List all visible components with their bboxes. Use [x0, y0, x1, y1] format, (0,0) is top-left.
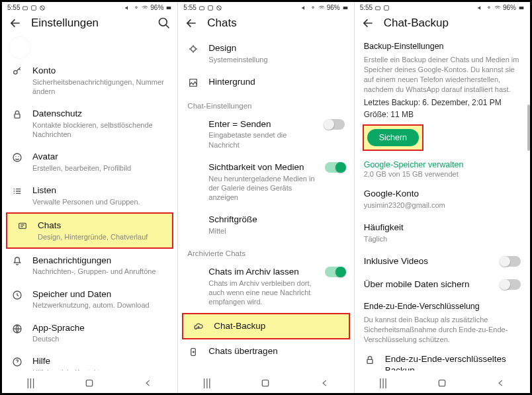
page-title: Chat-Backup	[384, 17, 523, 30]
nav-home[interactable]	[437, 378, 447, 388]
item-sublabel: yusimin2320@gmail.com	[364, 200, 521, 210]
item-history[interactable]: Chatverlauf	[178, 363, 353, 371]
e2e-heading: Ende-zu-Ende-Verschlüsselung	[355, 296, 530, 312]
nav-recent[interactable]: |||	[202, 377, 210, 389]
status-battery: 96%	[150, 4, 163, 11]
toggle-enter-send[interactable]	[325, 119, 345, 130]
item-label: Avatar	[32, 151, 168, 163]
nav-back[interactable]	[496, 378, 506, 388]
camera-icon	[375, 5, 381, 11]
lock-icon	[364, 353, 376, 365]
item-label: Hilfe	[32, 355, 168, 367]
item-e2e-backup[interactable]: Ende-zu-Ende-verschlüsseltes BackupAus	[355, 347, 530, 371]
nav-bar: |||	[178, 371, 353, 393]
item-label: Benachrichtigungen	[32, 255, 168, 267]
item-chats[interactable]: ChatsDesign, Hintergründe, Chatverlauf	[6, 212, 173, 249]
item-design[interactable]: DesignSystemeinstellung	[178, 36, 353, 70]
chat-icon	[17, 220, 28, 232]
item-benachrichtigungen[interactable]: BenachrichtigungenNachrichten-, Gruppen-…	[2, 249, 177, 283]
item-media-visibility[interactable]: Sichtbarkeit von MedienNeu heruntergelad…	[178, 155, 353, 208]
camera-icon	[22, 5, 28, 11]
item-label: Über mobile Daten sichern	[364, 279, 492, 290]
nav-home[interactable]	[84, 378, 95, 388]
back-icon[interactable]	[185, 17, 198, 30]
section-archived: Archivierte Chats	[178, 241, 353, 260]
item-google-account[interactable]: Google-Kontoyusimin2320@gmail.com	[355, 182, 530, 216]
item-avatar[interactable]: AvatarErstellen, bearbeiten, Profilbild	[2, 145, 177, 179]
item-sublabel: Erstellen, bearbeiten, Profilbild	[32, 163, 168, 173]
svg-rect-23	[343, 6, 347, 9]
nav-recent[interactable]: |||	[26, 377, 34, 389]
toggle-include-videos[interactable]	[501, 256, 521, 267]
page-title: Chats	[207, 17, 347, 30]
backup-button-highlight: Sichern	[363, 124, 423, 151]
manage-storage-link[interactable]: Google-Speicher verwalten	[355, 155, 530, 169]
status-bar: 5:55 96%	[355, 2, 530, 13]
theme-icon	[187, 42, 199, 54]
settings-pane: 5:55 96% Einstellungen KontoSicherheitsb…	[2, 2, 178, 393]
item-label: Schriftgröße	[208, 214, 344, 226]
backup-size: Größe: 11 MB	[355, 109, 530, 120]
item-speicher[interactable]: Speicher und DatenNetzwerknutzung, autom…	[2, 283, 177, 316]
svg-point-8	[14, 71, 17, 74]
svg-rect-28	[376, 6, 380, 9]
back-icon[interactable]	[361, 17, 375, 30]
location-icon	[486, 5, 492, 11]
toggle-media-visibility[interactable]	[325, 162, 345, 173]
item-hilfe[interactable]: HilfeHilfebereich, Kontakt, Datenschutzr…	[2, 349, 177, 371]
item-chat-backup[interactable]: Chat-Backup	[182, 313, 349, 339]
transfer-icon	[187, 345, 199, 357]
status-time: 5:55	[7, 4, 20, 11]
nav-back[interactable]	[320, 378, 330, 388]
item-sprache[interactable]: App-SpracheDeutsch	[2, 316, 177, 350]
svg-rect-18	[199, 6, 204, 9]
item-listen[interactable]: ListenVerwalte Personen und Gruppen.	[2, 179, 177, 212]
block-icon	[216, 5, 222, 11]
image-icon	[383, 5, 390, 11]
item-label: Design	[208, 42, 344, 54]
item-include-videos[interactable]: Inklusive Videos	[355, 249, 530, 273]
section-chat-settings: Chat-Einstellungen	[178, 94, 353, 112]
backup-pane: 5:55 96% Chat-Backup Backup-Einstellunge…	[355, 2, 530, 393]
backup-button[interactable]: Sichern	[367, 129, 419, 146]
mute-icon	[124, 5, 131, 11]
search-icon[interactable]	[157, 17, 171, 30]
toggle-cellular-backup[interactable]	[501, 279, 521, 290]
nav-home[interactable]	[260, 378, 271, 388]
nav-back[interactable]	[144, 378, 153, 388]
status-bar: 5:55 96%	[2, 2, 177, 13]
key-icon	[11, 65, 23, 77]
svg-line-3	[41, 6, 44, 9]
item-transfer[interactable]: Chats übertragen	[178, 339, 353, 363]
item-cellular-backup[interactable]: Über mobile Daten sichern	[355, 273, 530, 296]
back-icon[interactable]	[9, 17, 22, 30]
item-konto[interactable]: KontoSicherheitsbenachrichtigungen, Numm…	[2, 59, 177, 102]
item-frequency[interactable]: HäufigkeitTäglich	[355, 216, 530, 249]
scrollbar[interactable]	[527, 105, 530, 151]
avatar[interactable]	[9, 36, 31, 59]
item-font-size[interactable]: SchriftgrößeMittel	[178, 208, 353, 241]
item-datenschutz[interactable]: DatenschutzKontakte blockieren, selbstlö…	[2, 102, 177, 145]
item-keep-archived[interactable]: Chats im Archiv lassenChats im Archiv ve…	[178, 260, 353, 312]
svg-line-7	[166, 25, 169, 28]
mute-icon	[477, 5, 484, 11]
page-title: Einstellungen	[31, 17, 148, 30]
nav-recent[interactable]: |||	[379, 377, 387, 389]
e2e-desc: Du kannst dein Backup als zusätzliche Si…	[355, 312, 530, 347]
mute-icon	[301, 5, 308, 11]
toggle-keep-archived[interactable]	[325, 267, 345, 277]
item-label: Google-Konto	[364, 188, 521, 200]
item-enter-send[interactable]: Enter = SendenEingabetaste sendet die Na…	[178, 112, 353, 155]
item-label: Häufigkeit	[364, 222, 521, 234]
help-icon	[11, 355, 23, 367]
item-wallpaper[interactable]: Hintergrund	[178, 70, 353, 94]
item-sublabel: Sicherheitsbenachrichtigungen, Nummer än…	[32, 77, 168, 97]
svg-point-12	[18, 156, 19, 157]
wifi-icon	[142, 5, 148, 11]
location-icon	[133, 5, 140, 11]
backup-settings-heading: Backup-Einstellungen	[355, 36, 530, 52]
svg-point-22	[312, 6, 314, 7]
svg-point-10	[13, 154, 21, 161]
svg-rect-27	[263, 380, 269, 386]
smile-icon	[11, 151, 23, 163]
